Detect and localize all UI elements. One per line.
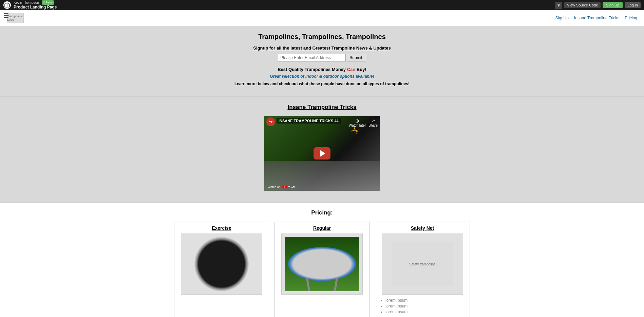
yt-branding: Watch on YouTube (268, 185, 296, 189)
site-header: Trampoline Logo SignUp Insane Trampoline… (0, 10, 644, 26)
view-source-button[interactable]: View Source Code (564, 2, 601, 8)
site-logo-image: Trampoline Logo (7, 13, 24, 23)
heart-button[interactable]: ♥ (555, 2, 562, 9)
video-actions: ⊕ Watch later ↗ Share (349, 118, 378, 127)
nav-pricing-link[interactable]: Pricing (625, 16, 637, 20)
play-button[interactable] (314, 147, 330, 160)
exercise-trampoline-img (194, 237, 249, 291)
safety-feature-3: lorem ipsum (385, 310, 466, 314)
svg-text:YouTube: YouTube (288, 186, 296, 189)
pricing-card-safety: Safety Net Safety trampoline lorem ipsum… (375, 222, 470, 317)
safety-feature-1: lorem ipsum (385, 298, 466, 303)
nav-signup-link[interactable]: SignUp (555, 16, 569, 20)
pricing-card-regular: Regular (274, 222, 370, 317)
pricing-section: Pricing: Exercise Regular (0, 203, 644, 317)
hero-subtitle: Signup for all the latest and Greatest T… (253, 45, 391, 51)
exercise-card-title: Exercise (178, 225, 265, 231)
video-section-wrapper: Insane Trampoline Tricks 🤸 YT INSANE TRA… (0, 97, 644, 203)
video-container[interactable]: 🤸 YT INSANE TRAMPOLINE TRICKS 44 ⊕ Watch… (264, 116, 380, 191)
site-nav: SignUp Insane Trampoline Tricks Pricing (555, 16, 637, 20)
hero-email-input[interactable] (278, 54, 346, 61)
topbar-right: ♥ View Source Code Sign Up Log In (555, 2, 641, 9)
topbar-logo-icon (3, 1, 11, 9)
pricing-cards: Exercise Regular (14, 222, 630, 317)
safety-trampoline-img: Safety trampoline (392, 242, 453, 286)
topbar-left: Kevin Thompson 4 Pens Product Landing Pa… (3, 0, 57, 10)
video-thumbnail: 🤸 YT INSANE TRAMPOLINE TRICKS 44 ⊕ Watch… (264, 116, 380, 191)
nav-tricks-link[interactable]: Insane Trampoline Tricks (574, 16, 619, 20)
topbar-user-info: Kevin Thompson 4 Pens Product Landing Pa… (14, 0, 57, 10)
hero-section: Trampolines, Trampolines, Trampolines Si… (0, 26, 644, 97)
regular-card-title: Regular (278, 225, 366, 231)
watch-on-label: Watch on (268, 185, 281, 189)
regular-trampoline-img (285, 237, 359, 291)
hero-line2: Great selection of indoor & outdoor opti… (14, 74, 630, 79)
page-wrapper: Trampoline Logo SignUp Insane Trampoline… (0, 10, 644, 317)
video-section-title: Insane Trampoline Tricks (14, 104, 630, 111)
pricing-card-exercise: Exercise (174, 222, 269, 317)
safety-img-alt: Safety trampoline (409, 262, 436, 266)
watch-later-button[interactable]: ⊕ Watch later (349, 118, 366, 127)
hero-signup-row: Submit (14, 54, 630, 61)
site-logo-alt: Trampoline Logo (7, 15, 23, 21)
safety-card-image: Safety trampoline (382, 234, 463, 295)
safety-feature-2: lorem ipsum (385, 304, 466, 309)
signup-topbar-button[interactable]: Sign Up (603, 2, 623, 8)
site-logo-area: Trampoline Logo (7, 13, 24, 23)
video-section: Insane Trampoline Tricks 🤸 YT INSANE TRA… (0, 97, 644, 202)
video-overlay-text: INSANE TRAMPOLINE TRICKS 44 (277, 118, 341, 124)
regular-trampoline-shape (288, 247, 356, 281)
safety-features-list: lorem ipsum lorem ipsum lorem ipsum (379, 298, 466, 314)
topbar-title: Product Landing Page (14, 5, 57, 10)
topbar: Kevin Thompson 4 Pens Product Landing Pa… (0, 0, 644, 10)
hero-title: Trampolines, Trampolines, Trampolines (14, 33, 630, 41)
yt-avatar: YT (266, 117, 275, 126)
pricing-title: Pricing: (14, 209, 630, 216)
hamburger-menu-button[interactable]: ☰ (3, 12, 9, 19)
exercise-card-image (181, 234, 262, 295)
hero-submit-button[interactable]: Submit (346, 54, 366, 61)
regular-card-image (281, 234, 363, 295)
hero-line3: Learn more below and check out what thes… (14, 81, 630, 86)
hero-line1: Best Quality Trampolines Money Can Buy! (14, 67, 630, 72)
share-button[interactable]: ↗ Share (368, 118, 378, 127)
topbar-username: Kevin Thompson (14, 1, 39, 5)
topbar-badge: 4 Pens (42, 0, 54, 5)
login-button[interactable]: Log In (625, 2, 641, 8)
pricing-section-wrapper: Pricing: Exercise Regular (0, 203, 644, 317)
hero-content: Trampolines, Trampolines, Trampolines Si… (0, 26, 644, 97)
safety-card-title: Safety Net (379, 225, 466, 231)
